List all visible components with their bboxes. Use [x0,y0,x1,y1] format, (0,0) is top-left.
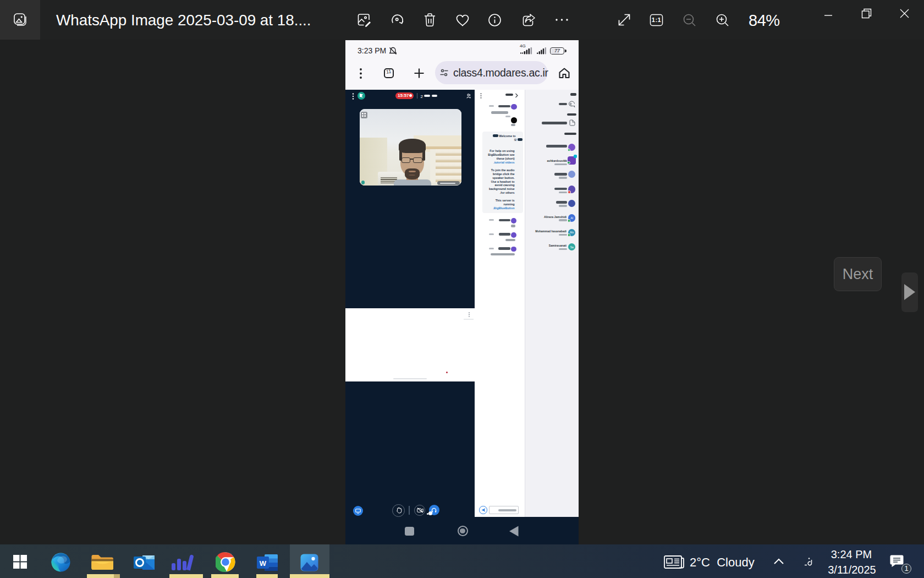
svg-text:W: W [260,559,267,568]
